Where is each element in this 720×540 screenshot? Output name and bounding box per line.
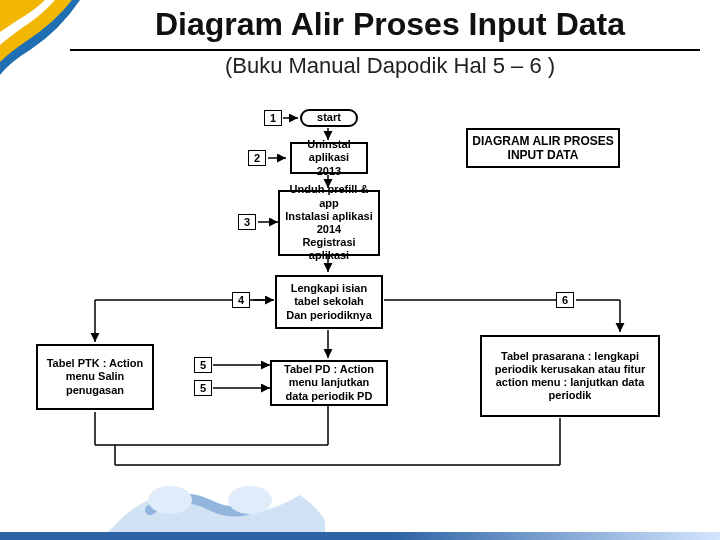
step-number-4: 4 [232, 292, 250, 308]
process-lengkapi: Lengkapi isian tabel sekolah Dan periodi… [275, 275, 383, 329]
legend-title-box: DIAGRAM ALIR PROSES INPUT DATA [466, 128, 620, 168]
step-number-5b: 5 [194, 380, 212, 396]
process-uninstall: Uninstal aplikasi 2013 [290, 142, 368, 174]
step-number-5a: 5 [194, 357, 212, 373]
page-subtitle: (Buku Manual Dapodik Hal 5 – 6 ) [70, 53, 710, 79]
footer-stripe [0, 532, 720, 540]
step-number-3: 3 [238, 214, 256, 230]
terminal-start: start [300, 109, 358, 127]
process-tabel-pd: Tabel PD : Action menu lanjutkan data pe… [270, 360, 388, 406]
step-number-1: 1 [264, 110, 282, 126]
svg-point-22 [148, 486, 192, 514]
step-number-2: 2 [248, 150, 266, 166]
handshake-illustration [100, 450, 330, 540]
page-title: Diagram Alir Proses Input Data [70, 6, 710, 43]
process-prasarana: Tabel prasarana : lengkapi periodik keru… [480, 335, 660, 417]
corner-swoosh [0, 0, 80, 62]
step-number-6: 6 [556, 292, 574, 308]
process-tabel-ptk: Tabel PTK : Action menu Salin penugasan [36, 344, 154, 410]
svg-point-23 [228, 486, 272, 514]
title-underline [70, 49, 700, 51]
process-unduh: Unduh prefill & app Instalasi aplikasi 2… [278, 190, 380, 256]
